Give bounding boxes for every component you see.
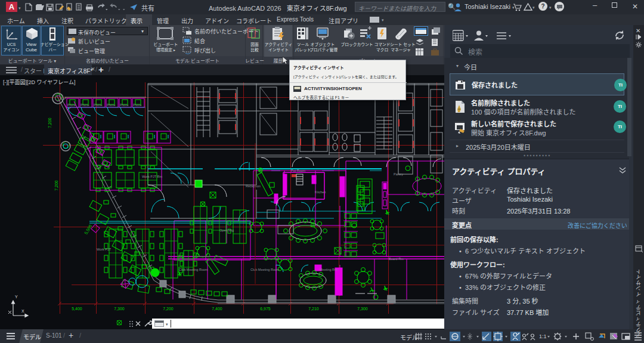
svg-text:7,300: 7,300 (357, 307, 368, 311)
svg-text:1:1: 1:1 (539, 333, 547, 339)
svg-text:Pantry: Pantry (394, 172, 403, 176)
svg-text:5,500: 5,500 (83, 224, 92, 235)
svg-text:6,975: 6,975 (260, 307, 271, 311)
svg-text:Board Rm: Board Rm (389, 257, 404, 261)
svg-text:Open Mtg: Open Mtg (219, 228, 234, 232)
svg-text:Meeting Rm: Meeting Rm (320, 268, 338, 271)
svg-text:Club Meeting Room: Club Meeting Room (250, 268, 280, 271)
svg-text:Pot Room: Pot Room (291, 169, 306, 172)
svg-text:7,300: 7,300 (114, 307, 125, 311)
svg-text:7,200: 7,200 (48, 118, 52, 128)
svg-text:7,200: 7,200 (54, 180, 58, 191)
svg-text:Phone: Phone (107, 103, 116, 107)
svg-text:Phone: Phone (94, 103, 103, 107)
svg-text:Club Meeting Room: Club Meeting Room (179, 268, 208, 271)
svg-text:7,200: 7,200 (163, 307, 174, 311)
svg-text:X: X (21, 309, 24, 313)
svg-text:Phone: Phone (133, 103, 142, 107)
svg-text:Kitchen: Kitchen (315, 190, 326, 194)
svg-text:Phone: Phone (120, 103, 129, 107)
svg-text:5,400: 5,400 (72, 307, 82, 311)
svg-text:7,210: 7,210 (308, 307, 319, 311)
svg-text:Y: Y (15, 295, 18, 299)
svg-text:Phone: Phone (80, 103, 89, 107)
svg-text:Reception: Reception (246, 184, 261, 188)
svg-text:Work PJT: Work PJT (97, 248, 112, 251)
svg-text:Work PJT Rm: Work PJT Rm (142, 175, 162, 178)
svg-text:7,400: 7,400 (212, 307, 222, 311)
